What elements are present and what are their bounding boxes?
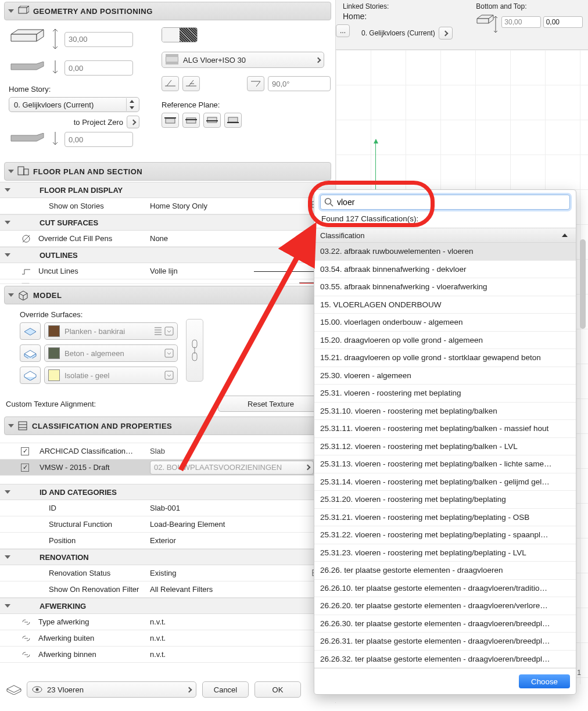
group-id-categories[interactable]: ID AND CATEGORIES	[0, 484, 335, 500]
svg-point-37	[36, 688, 39, 691]
classification-row-vmsw[interactable]: ✓ VMSW - 2015 - Draft 02. BOUWPLAATSVOOR…	[0, 459, 335, 476]
row-afw-type[interactable]: Type afwerkingn.v.t.	[0, 614, 335, 630]
edge-angle-field[interactable]: 90,0°	[268, 76, 331, 91]
svg-line-42	[331, 204, 334, 207]
row-renovation-filter[interactable]: Show On Renovation FilterAll Relevant Fi…	[0, 581, 335, 598]
row-uncut-lines[interactable]: Uncut Lines Volle lijn	[0, 263, 335, 279]
classification-item[interactable]: 25.31.23. vloeren - roostering met bepla…	[314, 544, 576, 562]
group-cut-surfaces[interactable]: CUT SURFACES	[0, 214, 335, 231]
classification-item[interactable]: 25.31. vloeren - roostering met beplatin…	[314, 385, 576, 403]
section-header-geometry[interactable]: GEOMETRY AND POSITIONING	[4, 2, 331, 20]
bottom-value-field[interactable]: 0,00	[543, 16, 583, 28]
project-zero-field[interactable]: 0,00	[64, 132, 133, 147]
classification-item[interactable]: 25.31.21. vloeren - roostering met bepla…	[314, 509, 576, 527]
linked-stories-label: Linked Stories:	[343, 2, 474, 10]
composite-structure-icon[interactable]	[180, 28, 197, 42]
cta-label: Custom Texture Alignment:	[6, 400, 96, 408]
classification-item[interactable]: 26.26.20. ter plaatse gestorte elementen…	[314, 597, 576, 615]
classification-list[interactable]: 03.22. afbraak ruwbouwelementen - vloere…	[314, 243, 576, 669]
classification-row-archicad[interactable]: ✓ ARCHICAD Classification… Slab	[0, 443, 335, 459]
reset-texture-button[interactable]: Reset Texture	[218, 396, 324, 412]
classification-item[interactable]: 26.26.31. ter plaatse gestorte elementen…	[314, 633, 576, 651]
svg-rect-27	[192, 353, 197, 361]
row-afw-binnen[interactable]: Afwerking binnenn.v.t.	[0, 647, 335, 663]
surface-side-picker[interactable]: Beton - algemeen	[44, 344, 178, 362]
classification-item[interactable]: 03.22. afbraak ruwbouwelementen - vloere…	[314, 243, 576, 261]
checkbox-checked-icon[interactable]: ✓	[21, 447, 29, 455]
classification-item[interactable]: 03.54. afbraak binnenafwerking - dekvloe…	[314, 261, 576, 279]
row-afw-buiten[interactable]: Afwerking buitenn.v.t.	[0, 630, 335, 647]
classification-item[interactable]: 03.55. afbraak binnenafwerking - vloeraf…	[314, 278, 576, 296]
classification-item[interactable]: 25.31.20. vloeren - roostering met bepla…	[314, 491, 576, 509]
classification-value-button[interactable]: 02. BOUWPLAATSVOORZIENINGEN	[150, 461, 314, 475]
classification-item[interactable]: 26.26.10. ter plaatse gestorte elementen…	[314, 580, 576, 598]
surface-bottom-picker[interactable]: Isolatie - geel	[44, 367, 178, 384]
home-story-combo[interactable]: 0. Gelijkvloers (Current)	[9, 97, 139, 112]
classification-column-header[interactable]: Classification	[314, 228, 576, 243]
group-renovation[interactable]: RENOVATION	[0, 549, 335, 565]
cancel-button[interactable]: Cancel	[202, 681, 249, 698]
ref-top-icon[interactable]	[162, 113, 179, 128]
classification-item[interactable]: 25.31.11. vloeren - roostering met bepla…	[314, 420, 576, 438]
classification-item[interactable]: 25.31.22. vloeren - roostering met bepla…	[314, 526, 576, 544]
classification-item[interactable]: 15. VLOERLAGEN ONDERBOUW	[314, 296, 576, 314]
row-show-on-stories[interactable]: Show on Stories Home Story Only	[0, 198, 335, 214]
group-outlines[interactable]: OUTLINES	[0, 247, 335, 263]
svg-rect-29	[19, 422, 27, 430]
search-input[interactable]	[337, 198, 566, 207]
surface-side-icon[interactable]	[20, 344, 41, 362]
group-afwerking[interactable]: AFWERKING	[0, 598, 335, 614]
ref-core-bottom-icon[interactable]	[203, 113, 221, 128]
row-structural-function[interactable]: Structural FunctionLoad-Bearing Element	[0, 516, 335, 533]
ellipsis-button[interactable]: ...	[336, 24, 350, 37]
surface-top-icon[interactable]	[20, 322, 41, 340]
classification-item[interactable]: 25.31.10. vloeren - roostering met bepla…	[314, 403, 576, 421]
classification-item[interactable]: 26.26.32. ter plaatse gestorte elementen…	[314, 651, 576, 669]
section-header-floorplan[interactable]: FLOOR PLAN AND SECTION	[4, 162, 331, 181]
classification-item[interactable]: 25.31.13. vloeren - roostering met bepla…	[314, 455, 576, 473]
section-header-classification[interactable]: CLASSIFICATION AND PROPERTIES	[4, 416, 331, 435]
group-floorplan-display[interactable]: FLOOR PLAN DISPLAY	[0, 182, 335, 198]
ok-button[interactable]: OK	[254, 681, 301, 698]
edge-angle-b-icon[interactable]	[182, 76, 200, 91]
classification-item[interactable]: 25.31.14. vloeren - roostering met bepla…	[314, 473, 576, 491]
surface-top-picker[interactable]: Planken - bankirai	[44, 322, 178, 340]
section-header-model[interactable]: MODEL	[4, 286, 331, 304]
layer-combo[interactable]: 23 Vloeren	[27, 681, 196, 698]
link-icon	[21, 618, 31, 626]
classification-item[interactable]: 15.20. draagvloeren op volle grond - alg…	[314, 332, 576, 350]
classification-item[interactable]: 15.00. vloerlagen onderbouw - algemeen	[314, 314, 576, 332]
composite-picker[interactable]: ALG Vloer+ISO 30	[162, 52, 324, 68]
popover-scrollbar[interactable]	[580, 239, 586, 329]
row-renovation-status[interactable]: Renovation StatusExisting	[0, 565, 335, 581]
row-id[interactable]: IDSlab-001	[0, 500, 335, 516]
surface-bottom-icon[interactable]	[20, 367, 41, 384]
edge-angle-a-icon[interactable]	[162, 76, 179, 91]
classification-item[interactable]: 25.30. vloeren - algemeen	[314, 367, 576, 385]
row-override-cutfill[interactable]: Override Cut Fill Pens None	[0, 231, 335, 247]
classification-item[interactable]: 25.31.12. vloeren - roostering met bepla…	[314, 438, 576, 456]
classification-search[interactable]	[320, 195, 570, 210]
choose-button[interactable]: Choose	[519, 674, 570, 688]
row-position[interactable]: PositionExterior	[0, 533, 335, 549]
story-step-button[interactable]	[439, 27, 453, 40]
project-zero-stepper[interactable]	[127, 116, 139, 128]
classification-item[interactable]: 26.26.30. ter plaatse gestorte elementen…	[314, 615, 576, 633]
reference-plane-segmented[interactable]	[162, 113, 331, 128]
basic-structure-icon[interactable]	[162, 28, 180, 42]
chain-surfaces-toggle[interactable]	[186, 319, 203, 382]
top-offset-field[interactable]: 0,00	[64, 60, 133, 76]
list-icon	[154, 326, 162, 336]
structure-segmented[interactable]	[162, 27, 198, 42]
ref-core-top-icon[interactable]	[182, 113, 200, 128]
top-value-field[interactable]: 30,00	[501, 16, 541, 28]
edge-angle-c-icon[interactable]	[247, 76, 264, 91]
surface-row-bottom: Isolatie - geel	[0, 365, 178, 385]
classification-item[interactable]: 26.26. ter plaatse gestorte elementen - …	[314, 562, 576, 580]
classification-item[interactable]: 15.21. draagvloeren op volle grond - sto…	[314, 349, 576, 367]
surface-row-side: Beton - algemeen	[0, 343, 178, 363]
checkbox-checked-icon[interactable]: ✓	[21, 464, 29, 472]
thickness-field[interactable]: 30,00	[64, 32, 133, 47]
model-icon	[17, 290, 29, 300]
ref-bottom-icon[interactable]	[224, 113, 242, 128]
